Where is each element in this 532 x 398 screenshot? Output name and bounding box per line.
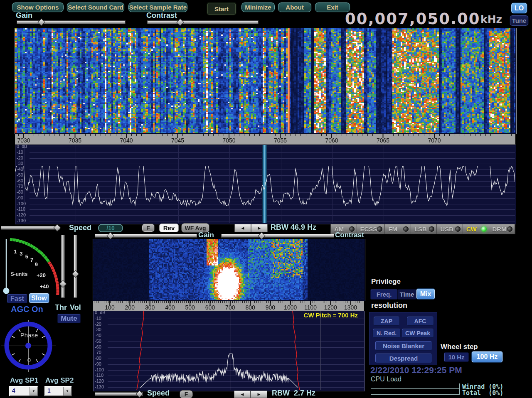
frequency-scale-label: 500 bbox=[185, 304, 195, 311]
f-button-main[interactable]: F bbox=[142, 224, 154, 232]
db-scale-label: -30 bbox=[17, 161, 23, 166]
main-spectrum-display[interactable]: 0 dB-10-20-30-40-50-60-70-80-90-100-110-… bbox=[15, 145, 516, 224]
start-button[interactable]: Start bbox=[207, 2, 236, 15]
sub-speed-slider[interactable] bbox=[95, 392, 143, 396]
minimize-button[interactable]: Minimize bbox=[241, 2, 275, 12]
mode-button-fm[interactable]: FM bbox=[385, 224, 411, 234]
avg-sp1-label: Avg SP1 bbox=[10, 376, 38, 385]
db-scale-label: -10 bbox=[17, 150, 23, 155]
mode-led-indicator bbox=[455, 226, 461, 232]
about-button[interactable]: About bbox=[278, 2, 312, 12]
frequency-scale-label: 200 bbox=[125, 304, 135, 311]
frequency-scale-label: 100 bbox=[105, 304, 114, 311]
privilege-time-button[interactable]: Time bbox=[397, 289, 416, 300]
sub-spectrum-canvas[interactable] bbox=[94, 311, 364, 390]
volume-label: Vol bbox=[70, 303, 81, 312]
frequency-display[interactable]: 00,007,050.00 bbox=[345, 10, 473, 28]
avg-sp1-value: 4 bbox=[10, 387, 30, 396]
db-scale-label: -70 bbox=[17, 184, 23, 189]
afc-button[interactable]: AFC bbox=[406, 316, 434, 326]
mode-button-lsb[interactable]: LSB bbox=[411, 224, 437, 234]
sub-rbw-increase-button[interactable]: ▶ bbox=[251, 391, 267, 398]
avg-sp2-dropdown-button[interactable]: ▼ bbox=[63, 387, 71, 396]
mode-button-drm[interactable]: DRM bbox=[489, 224, 515, 234]
db-scale-label: -20 bbox=[95, 322, 101, 327]
mode-led-indicator bbox=[403, 226, 409, 232]
sub-waterfall-canvas[interactable] bbox=[93, 239, 364, 300]
frequency-scale-label: 300 bbox=[145, 304, 155, 311]
main-spectrum-canvas[interactable] bbox=[15, 145, 515, 223]
mute-button[interactable]: Mute bbox=[57, 314, 81, 323]
noise-blanker-button[interactable]: Noise Blanker bbox=[375, 341, 432, 351]
noise-reduction-button[interactable]: N. Red. bbox=[372, 328, 401, 338]
contrast-slider[interactable] bbox=[147, 20, 259, 24]
avg-sp2-select[interactable]: 1 ▼ bbox=[44, 386, 72, 396]
frequency-scale-label: 7030 bbox=[17, 137, 30, 144]
contrast-label: Contrast bbox=[146, 11, 177, 20]
cpu-total-value: Total (0%) bbox=[462, 389, 503, 397]
volume-slider[interactable] bbox=[74, 235, 77, 298]
waterfall-speed-slider-thumb[interactable] bbox=[53, 224, 61, 231]
threshold-slider[interactable] bbox=[61, 235, 65, 298]
sub-spectrum-display[interactable]: 0 dB-10-20-30-40-50-60-70-80-90-100-110-… bbox=[93, 311, 365, 391]
sub-waterfall-display[interactable] bbox=[93, 239, 365, 301]
main-frequency-scale[interactable]: 703070357040704570507055706070657070 bbox=[15, 134, 515, 145]
frequency-scale-label: 7060 bbox=[325, 137, 338, 144]
mode-button-cw[interactable]: CW bbox=[463, 224, 489, 234]
sub-rbw-decrease-button[interactable]: ◀ bbox=[234, 391, 251, 398]
frequency-scale-label: 400 bbox=[165, 304, 175, 311]
sub-contrast-slider-thumb[interactable] bbox=[258, 232, 265, 239]
frequency-scale-label: 1200 bbox=[324, 304, 337, 311]
db-scale-label: -120 bbox=[17, 213, 26, 218]
frequency-scale-label: 7045 bbox=[171, 137, 184, 144]
main-waterfall-canvas[interactable] bbox=[15, 28, 515, 133]
sub-frequency-scale[interactable]: 1002003004005006007008009001000110012001… bbox=[93, 301, 364, 312]
cw-peak-button[interactable]: CW Peak bbox=[401, 328, 434, 338]
f-button-sub[interactable]: F bbox=[180, 391, 192, 398]
cpu-load-bar-winrad bbox=[371, 383, 460, 389]
wheel-step-10hz-button[interactable]: 10 Hz bbox=[444, 352, 469, 362]
volume-slider-thumb[interactable] bbox=[71, 270, 79, 278]
waterfall-speed-slider[interactable] bbox=[1, 226, 60, 230]
db-scale-label: -20 bbox=[17, 155, 23, 160]
left-arrow-icon: ◀ bbox=[241, 226, 244, 230]
zap-button[interactable]: ZAP bbox=[373, 316, 400, 326]
rev-button[interactable]: Rev bbox=[159, 224, 179, 232]
privilege-freq-button[interactable]: Freq. bbox=[370, 289, 398, 300]
contrast-slider-thumb[interactable] bbox=[176, 18, 184, 26]
privilege-mix-button[interactable]: Mix bbox=[416, 288, 435, 300]
tune-button[interactable]: Tune bbox=[510, 15, 529, 26]
select-sound-card-button[interactable]: Select Sound Card bbox=[66, 2, 125, 12]
gain-slider[interactable] bbox=[17, 20, 126, 24]
rbw-increase-button[interactable]: ▶ bbox=[251, 224, 268, 232]
main-waterfall-display[interactable] bbox=[15, 28, 517, 134]
db-scale-label: -40 bbox=[17, 167, 23, 172]
avg-sp1-select[interactable]: 4 ▼ bbox=[9, 386, 38, 396]
db-scale-label: -10 bbox=[95, 316, 101, 321]
rbw-decrease-button[interactable]: ◀ bbox=[234, 224, 251, 232]
despread-button[interactable]: Despread bbox=[375, 353, 432, 363]
divide-by-10-button[interactable]: /10 bbox=[98, 224, 123, 232]
gain-slider-thumb[interactable] bbox=[37, 18, 45, 26]
db-scale-label: -130 bbox=[95, 384, 104, 389]
avg-sp2-value: 1 bbox=[45, 387, 63, 396]
frequency-scale-label: 1100 bbox=[304, 304, 317, 311]
frequency-scale-label: 7055 bbox=[274, 137, 287, 144]
sub-gain-slider[interactable] bbox=[95, 234, 197, 238]
frequency-scale-label: 7035 bbox=[69, 137, 81, 144]
mode-label: DRM bbox=[493, 226, 507, 233]
lo-button[interactable]: LO bbox=[511, 2, 527, 14]
sub-contrast-slider[interactable] bbox=[221, 234, 334, 238]
agc-fast-button[interactable]: Fast bbox=[7, 294, 27, 303]
frequency-scale-label: 700 bbox=[225, 304, 235, 311]
wheel-step-100hz-button[interactable]: 100 Hz bbox=[471, 351, 503, 363]
sub-gain-slider-thumb[interactable] bbox=[106, 232, 114, 239]
agc-slow-button[interactable]: Slow bbox=[29, 293, 49, 303]
mode-button-usb[interactable]: USB bbox=[437, 224, 463, 234]
db-scale-label: -90 bbox=[17, 195, 23, 200]
avg-sp1-dropdown-button[interactable]: ▼ bbox=[30, 387, 37, 396]
cw-pitch-label: CW Pitch = 700 Hz bbox=[304, 312, 358, 319]
phase-scope-title: Phase bbox=[0, 332, 58, 339]
rbw-main-value: RBW 46.9 Hz bbox=[271, 223, 316, 232]
phase-scope: Phase 0 bbox=[0, 319, 58, 377]
